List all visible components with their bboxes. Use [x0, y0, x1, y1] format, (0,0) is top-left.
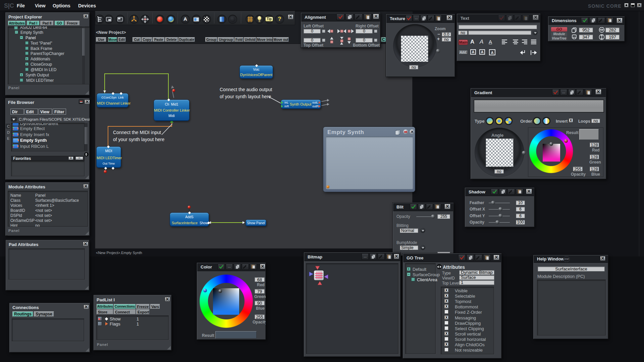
svg-text:STOP: STOP	[564, 258, 569, 260]
